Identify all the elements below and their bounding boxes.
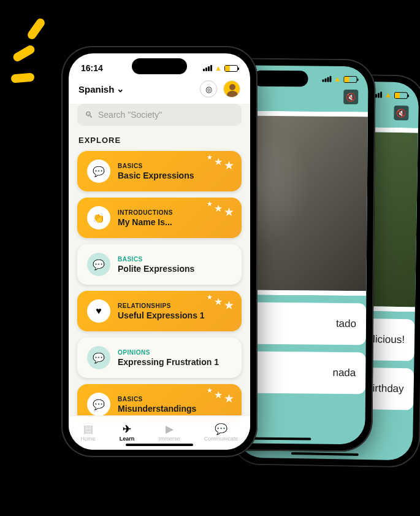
- lesson-category: BASICS: [118, 256, 232, 263]
- stars-icon: ★★★: [207, 296, 234, 310]
- battery-icon: [224, 65, 238, 72]
- wifi-icon: ▲: [334, 75, 342, 83]
- tab-learn[interactable]: ✈Learn: [120, 424, 135, 442]
- tab-home[interactable]: ▤Home: [81, 424, 96, 442]
- battery-icon: [343, 75, 357, 82]
- status-time: 16:14: [81, 63, 103, 73]
- lesson-category: OPINIONS: [118, 349, 232, 356]
- wifi-icon: ▲: [215, 64, 222, 72]
- target-icon[interactable]: ◎: [200, 80, 217, 98]
- immerse-icon: ▶: [166, 424, 174, 434]
- tab-label: Learn: [120, 436, 135, 442]
- heart-icon: ♥: [87, 299, 110, 323]
- battery-icon: [394, 91, 408, 98]
- tab-label: Immerse: [159, 436, 180, 442]
- search-input[interactable]: 🔍︎ Search "Society": [77, 104, 242, 126]
- avatar[interactable]: [223, 80, 240, 98]
- speech-icon: 💬: [87, 160, 110, 183]
- lesson-card[interactable]: 💬BASICSPolite Expressions: [77, 244, 242, 285]
- lesson-card[interactable]: 👏INTRODUCTIONSMy Name Is...★★★: [77, 198, 242, 238]
- tab-label: Communicate: [204, 436, 239, 442]
- speech-icon: 💬: [87, 253, 110, 276]
- lesson-title: Expressing Frustration 1: [118, 357, 232, 367]
- stars-icon: ★★★: [207, 389, 234, 403]
- tab-communicate[interactable]: 💬Communicate: [204, 424, 239, 442]
- tab-immerse[interactable]: ▶Immerse: [159, 424, 180, 442]
- speech-icon: 💬: [87, 346, 110, 369]
- search-icon: 🔍︎: [85, 110, 93, 120]
- stars-icon: ★★★: [207, 156, 234, 170]
- lesson-card[interactable]: ♥RELATIONSHIPSUseful Expressions 1★★★: [77, 291, 242, 331]
- explore-heading: EXPLORE: [78, 136, 240, 145]
- signal-icon: [323, 76, 332, 82]
- mute-icon[interactable]: 🔇: [343, 90, 358, 104]
- lesson-title: My Name Is...: [118, 217, 232, 227]
- signal-icon: [203, 65, 212, 71]
- lesson-title: Misunderstandings: [118, 404, 232, 414]
- search-placeholder: Search "Society": [98, 110, 162, 120]
- lesson-card[interactable]: 💬BASICSBasic Expressions★★★: [77, 151, 242, 191]
- wave-icon: 👏: [87, 206, 110, 229]
- home-indicator: [126, 444, 193, 446]
- wifi-icon: ▲: [384, 91, 392, 99]
- lesson-title: Basic Expressions: [118, 171, 232, 180]
- speech-icon: 💬: [87, 393, 110, 416]
- phone-mock-front: 16:14 ▲ Spanish ⌄ ◎ 🔍︎ Search "Society": [61, 46, 258, 457]
- tab-label: Home: [81, 436, 96, 442]
- home-icon: ▤: [83, 424, 93, 434]
- mute-icon[interactable]: 🔇: [394, 106, 408, 120]
- lesson-title: Polite Expressions: [118, 264, 232, 274]
- lesson-card[interactable]: 💬OPINIONSExpressing Frustration 1: [77, 337, 242, 378]
- stars-icon: ★★★: [207, 202, 234, 217]
- language-selector[interactable]: Spanish ⌄: [78, 83, 124, 94]
- lesson-title: Useful Expressions 1: [118, 310, 232, 320]
- communicate-icon: 💬: [215, 424, 227, 434]
- chevron-down-icon: ⌄: [116, 83, 124, 94]
- learn-icon: ✈: [123, 424, 131, 434]
